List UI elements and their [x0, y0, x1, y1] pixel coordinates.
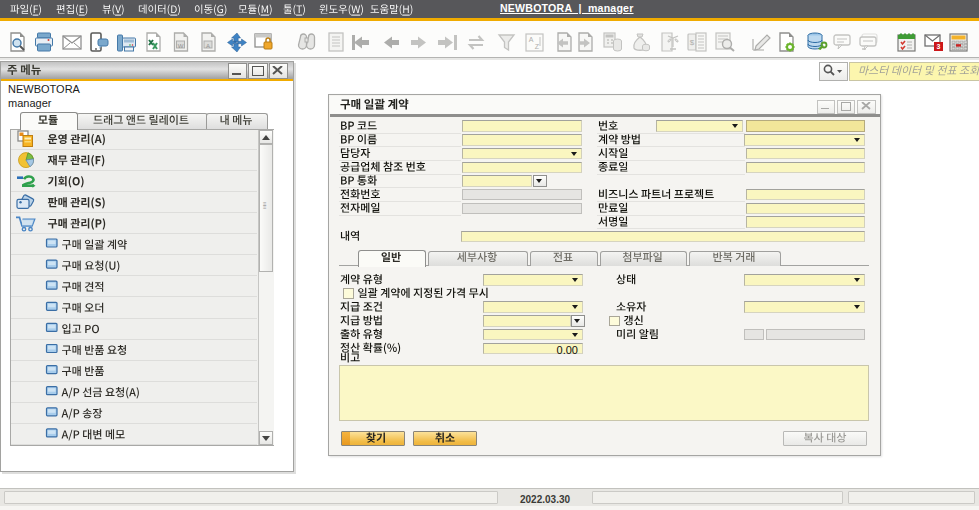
svg-text:$: $ [690, 38, 695, 47]
svg-text:Z: Z [535, 43, 540, 50]
svg-text:3: 3 [937, 43, 941, 50]
svg-text:A: A [529, 36, 534, 43]
